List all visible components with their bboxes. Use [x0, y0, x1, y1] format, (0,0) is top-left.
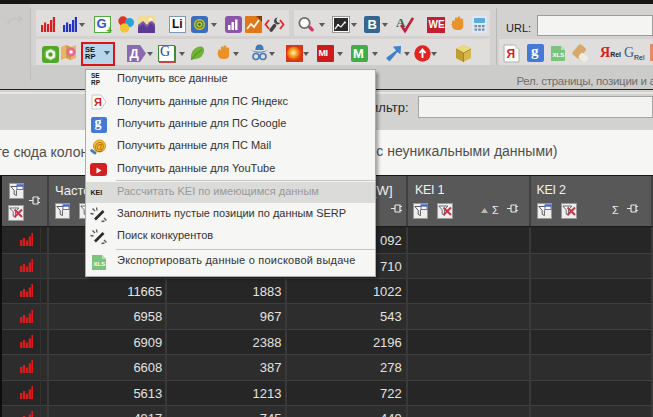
svg-text:Я: Я — [94, 96, 102, 108]
svg-text:XLS: XLS — [93, 261, 105, 267]
svg-text:Я: Я — [507, 47, 516, 61]
svg-text:Д: Д — [129, 46, 139, 61]
svg-text:A: A — [396, 15, 406, 30]
svg-text:@: @ — [95, 141, 105, 152]
svg-text:XLS: XLS — [553, 52, 565, 58]
